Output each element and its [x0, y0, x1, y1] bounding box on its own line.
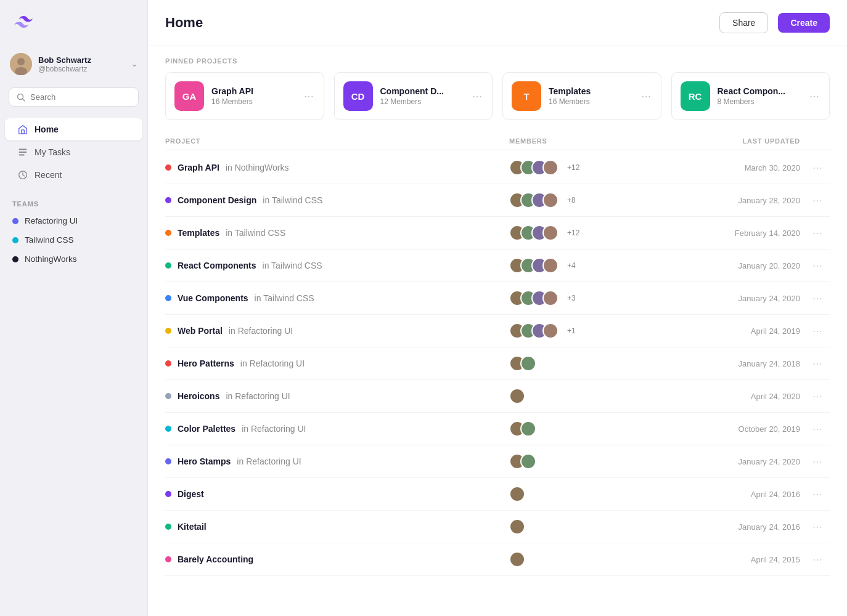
- row-more-options-icon[interactable]: ⋯: [805, 195, 830, 206]
- chevron-down-icon: ⌄: [131, 60, 137, 68]
- pinned-card-component-d[interactable]: CD Component D... 12 Members ⋯: [334, 72, 493, 120]
- avatar-stack: [509, 192, 559, 208]
- search-input[interactable]: [30, 92, 131, 102]
- more-options-icon[interactable]: ⋯: [471, 91, 483, 102]
- row-more-options-icon[interactable]: ⋯: [805, 521, 830, 533]
- row-more-options-icon[interactable]: ⋯: [805, 456, 830, 468]
- table-row[interactable]: Barely Accounting April 24, 2015 ⋯: [165, 543, 830, 576]
- table-row[interactable]: Digest April 24, 2016 ⋯: [165, 478, 830, 511]
- sidebar-item-home[interactable]: Home: [5, 118, 142, 140]
- table-row[interactable]: Heroicons in Refactoring UI April 24, 20…: [165, 380, 830, 413]
- project-dot: [165, 393, 171, 399]
- avatar-stack: [509, 257, 559, 274]
- members-cell: [509, 519, 682, 535]
- avatar-stack: [509, 323, 559, 339]
- team-name: NothingWorks: [25, 254, 77, 264]
- team-item-nothingworks[interactable]: NothingWorks: [0, 249, 147, 269]
- members-count: +4: [567, 261, 576, 270]
- table-row[interactable]: Graph API in NothingWorks +12 March 30, …: [165, 152, 830, 184]
- team-name: Tailwind CSS: [25, 235, 74, 245]
- search-input-wrap[interactable]: [9, 87, 139, 107]
- table-row[interactable]: Color Palettes in Refactoring UI October…: [165, 413, 830, 445]
- row-more-options-icon[interactable]: ⋯: [805, 325, 830, 337]
- members-count: +3: [567, 294, 576, 302]
- row-more-options-icon[interactable]: ⋯: [805, 423, 830, 435]
- more-options-icon[interactable]: ⋯: [303, 91, 315, 102]
- share-button[interactable]: Share: [719, 12, 768, 33]
- team-item-refactoring-ui[interactable]: Refactoring UI: [0, 211, 147, 230]
- avatar-mini: [509, 519, 525, 535]
- project-cell: Component Design in Tailwind CSS: [165, 195, 509, 205]
- avatar-mini: [520, 421, 536, 437]
- pinned-members: 16 Members: [549, 97, 632, 106]
- avatar-mini: [520, 355, 536, 371]
- table-row[interactable]: Component Design in Tailwind CSS +8 Janu…: [165, 184, 830, 217]
- project-cell: React Components in Tailwind CSS: [165, 261, 509, 270]
- table-row[interactable]: Kitetail January 24, 2016 ⋯: [165, 511, 830, 543]
- row-more-options-icon[interactable]: ⋯: [805, 488, 830, 500]
- svg-rect-5: [22, 130, 25, 134]
- svg-rect-7: [19, 152, 27, 153]
- table-row[interactable]: Hero Stamps in Refactoring UI January 24…: [165, 445, 830, 478]
- project-name: Heroicons: [178, 391, 219, 401]
- nav-tasks-label: My Tasks: [35, 147, 70, 157]
- pinned-card-react-compon[interactable]: RC React Compon... 8 Members ⋯: [671, 72, 830, 120]
- table-row[interactable]: Templates in Tailwind CSS +12 February 1…: [165, 217, 830, 249]
- team-item-tailwind-css[interactable]: Tailwind CSS: [0, 230, 147, 249]
- more-options-icon[interactable]: ⋯: [808, 91, 820, 102]
- project-cell: Graph API in NothingWorks: [165, 163, 509, 172]
- avatar-mini: [542, 257, 559, 274]
- pinned-card-graph-api[interactable]: GA Graph API 16 Members ⋯: [165, 72, 324, 120]
- date-cell: January 28, 2020: [682, 196, 805, 205]
- pinned-card-templates[interactable]: T Templates 16 Members ⋯: [502, 72, 661, 120]
- pinned-name: Graph API: [211, 86, 295, 96]
- table-row[interactable]: Hero Patterns in Refactoring UI January …: [165, 347, 830, 380]
- row-more-options-icon[interactable]: ⋯: [805, 391, 830, 402]
- table-row[interactable]: Vue Components in Tailwind CSS +3 Januar…: [165, 282, 830, 315]
- members-cell: +1: [509, 323, 682, 339]
- tasks-icon: [17, 147, 28, 158]
- avatar: [10, 53, 32, 75]
- date-cell: April 24, 2016: [682, 490, 805, 499]
- table-row[interactable]: Web Portal in Refactoring UI +1 April 24…: [165, 315, 830, 347]
- sidebar-logo: [0, 0, 147, 47]
- avatar-mini: [542, 323, 559, 339]
- row-more-options-icon[interactable]: ⋯: [805, 162, 830, 174]
- row-more-options-icon[interactable]: ⋯: [805, 293, 830, 304]
- pinned-name: Templates: [549, 86, 632, 96]
- members-cell: +3: [509, 290, 682, 306]
- pinned-info: React Compon... 8 Members: [718, 86, 801, 106]
- sidebar-item-recent[interactable]: Recent: [5, 164, 142, 186]
- project-name: Kitetail: [178, 522, 207, 532]
- more-options-icon[interactable]: ⋯: [640, 91, 652, 102]
- project-cell: Hero Stamps in Refactoring UI: [165, 456, 509, 466]
- user-name: Bob Schwartz: [38, 55, 125, 65]
- row-more-options-icon[interactable]: ⋯: [805, 554, 830, 565]
- date-cell: January 24, 2018: [682, 359, 805, 368]
- row-more-options-icon[interactable]: ⋯: [805, 358, 830, 370]
- app-logo: [12, 12, 35, 34]
- create-button[interactable]: Create: [778, 13, 830, 33]
- date-cell: April 24, 2019: [682, 326, 805, 336]
- row-more-options-icon[interactable]: ⋯: [805, 227, 830, 239]
- project-name: Hero Stamps: [178, 456, 231, 466]
- project-team: in Refactoring UI: [229, 326, 293, 336]
- pinned-members: 12 Members: [380, 97, 464, 106]
- project-dot: [165, 491, 171, 497]
- date-cell: January 20, 2020: [682, 261, 805, 270]
- team-dot: [12, 256, 18, 262]
- user-profile[interactable]: Bob Schwartz @bobschwartz ⌄: [0, 47, 147, 81]
- avatar-mini: [542, 225, 559, 241]
- avatar-stack: [509, 453, 536, 469]
- avatar-mini: [520, 453, 536, 469]
- project-cell: Web Portal in Refactoring UI: [165, 326, 509, 336]
- teams-list: Refactoring UI Tailwind CSS NothingWorks: [0, 211, 147, 269]
- table-row[interactable]: React Components in Tailwind CSS +4 Janu…: [165, 249, 830, 282]
- project-team: in Refactoring UI: [226, 391, 290, 401]
- row-more-options-icon[interactable]: ⋯: [805, 260, 830, 272]
- avatar-stack: [509, 355, 536, 371]
- sidebar-item-my-tasks[interactable]: My Tasks: [5, 141, 142, 163]
- pinned-members: 16 Members: [211, 97, 295, 106]
- avatar-mini: [542, 192, 559, 208]
- members-cell: [509, 421, 682, 437]
